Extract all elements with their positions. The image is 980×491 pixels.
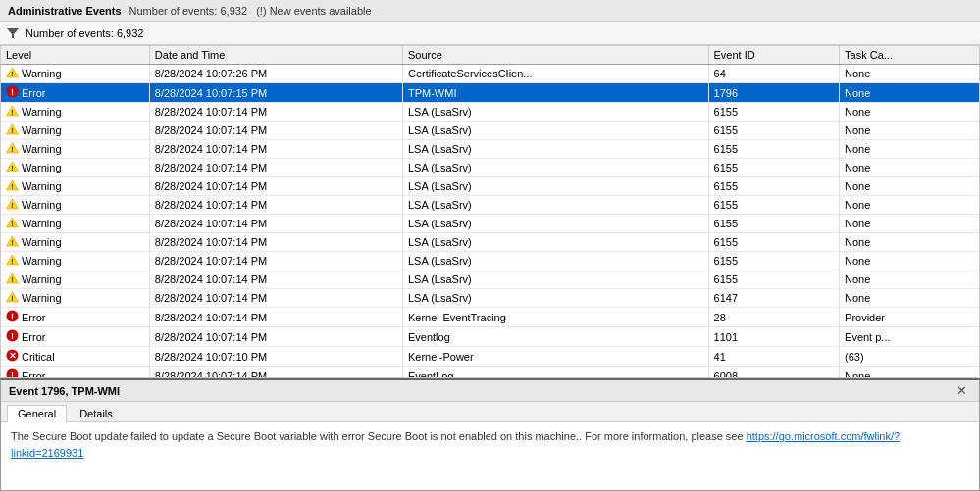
svg-text:!: ! bbox=[11, 87, 14, 97]
level-text: Warning bbox=[22, 180, 62, 192]
cell-source: Kernel-EventTracing bbox=[402, 308, 708, 327]
warning-icon: ! bbox=[6, 291, 19, 305]
error-icon: ! bbox=[6, 368, 19, 378]
table-row[interactable]: ! Warning8/28/2024 10:07:14 PMLSA (LsaSr… bbox=[1, 196, 979, 215]
critical-icon: ✕ bbox=[6, 349, 19, 364]
col-header-datetime[interactable]: Date and Time bbox=[149, 46, 402, 65]
warning-icon: ! bbox=[6, 67, 19, 80]
table-row[interactable]: ! Warning8/28/2024 10:07:14 PMLSA (LsaSr… bbox=[1, 103, 979, 122]
table-row[interactable]: ! Warning8/28/2024 10:07:14 PMLSA (LsaSr… bbox=[1, 215, 979, 233]
table-row[interactable]: ! Warning8/28/2024 10:07:26 PMCertificat… bbox=[1, 65, 979, 83]
cell-level: ! Warning bbox=[1, 159, 149, 177]
table-row[interactable]: ! Error8/28/2024 10:07:14 PMEventLog6008… bbox=[1, 367, 979, 379]
level-text: Error bbox=[22, 312, 45, 323]
table-row[interactable]: ! Error8/28/2024 10:07:15 PMTPM-WMI1796N… bbox=[1, 83, 979, 103]
tab-general[interactable]: General bbox=[7, 405, 67, 422]
table-row[interactable]: ! Error8/28/2024 10:07:14 PMKernel-Event… bbox=[1, 308, 979, 327]
cell-level: ! Warning bbox=[1, 252, 149, 270]
cell-datetime: 8/28/2024 10:07:15 PM bbox=[149, 83, 402, 103]
error-icon: ! bbox=[6, 310, 19, 324]
table-row[interactable]: ! Warning8/28/2024 10:07:14 PMLSA (LsaSr… bbox=[1, 270, 979, 289]
cell-datetime: 8/28/2024 10:07:14 PM bbox=[149, 252, 402, 270]
cell-taskcat: None bbox=[840, 233, 979, 252]
col-header-taskcat[interactable]: Task Ca... bbox=[840, 46, 979, 65]
svg-text:✕: ✕ bbox=[9, 351, 17, 361]
level-text: Warning bbox=[22, 68, 62, 79]
panel-content: The Secure Boot update failed to update … bbox=[1, 422, 979, 466]
table-row[interactable]: ✕ Critical8/28/2024 10:07:10 PMKernel-Po… bbox=[1, 347, 979, 367]
window-title: Administrative Events bbox=[8, 5, 122, 17]
cell-eventid: 6147 bbox=[708, 289, 840, 308]
table-row[interactable]: ! Warning8/28/2024 10:07:14 PMLSA (LsaSr… bbox=[1, 122, 979, 140]
table-row[interactable]: ! Warning8/28/2024 10:07:14 PMLSA (LsaSr… bbox=[1, 252, 979, 270]
level-text: Warning bbox=[22, 292, 62, 304]
toolbar: Number of events: 6,932 bbox=[0, 22, 980, 45]
level-text: Warning bbox=[22, 236, 62, 248]
cell-source: LSA (LsaSrv) bbox=[402, 252, 708, 270]
svg-text:!: ! bbox=[11, 258, 13, 265]
cell-datetime: 8/28/2024 10:07:14 PM bbox=[149, 159, 402, 177]
cell-datetime: 8/28/2024 10:07:14 PM bbox=[149, 327, 402, 347]
cell-datetime: 8/28/2024 10:07:14 PM bbox=[149, 215, 402, 233]
cell-source: LSA (LsaSrv) bbox=[402, 159, 708, 177]
cell-eventid: 6155 bbox=[708, 196, 840, 215]
events-table-container[interactable]: Level Date and Time Source Event ID Task… bbox=[0, 45, 980, 378]
table-row[interactable]: ! Warning8/28/2024 10:07:14 PMLSA (LsaSr… bbox=[1, 233, 979, 252]
cell-source: LSA (LsaSrv) bbox=[402, 289, 708, 308]
col-header-source[interactable]: Source bbox=[402, 46, 708, 65]
svg-text:!: ! bbox=[11, 109, 13, 116]
cell-datetime: 8/28/2024 10:07:14 PM bbox=[149, 122, 402, 140]
cell-taskcat: Provider bbox=[840, 308, 979, 327]
cell-eventid: 6155 bbox=[708, 140, 840, 159]
close-button[interactable]: ✕ bbox=[953, 382, 971, 399]
cell-eventid: 6155 bbox=[708, 252, 840, 270]
cell-eventid: 1796 bbox=[708, 83, 840, 103]
cell-datetime: 8/28/2024 10:07:14 PM bbox=[149, 308, 402, 327]
svg-text:!: ! bbox=[11, 370, 14, 378]
tabs-row: General Details bbox=[1, 402, 979, 422]
error-icon: ! bbox=[6, 85, 19, 100]
level-text: Warning bbox=[22, 143, 62, 155]
cell-level: ! Error bbox=[1, 83, 149, 103]
cell-eventid: 6155 bbox=[708, 270, 840, 289]
cell-taskcat: None bbox=[840, 122, 979, 140]
svg-text:!: ! bbox=[11, 183, 13, 190]
error-icon: ! bbox=[6, 329, 19, 344]
tab-details[interactable]: Details bbox=[69, 405, 124, 421]
cell-eventid: 6155 bbox=[708, 103, 840, 122]
cell-datetime: 8/28/2024 10:07:26 PM bbox=[149, 65, 402, 83]
svg-text:!: ! bbox=[11, 146, 13, 153]
cell-datetime: 8/28/2024 10:07:14 PM bbox=[149, 367, 402, 379]
cell-eventid: 6008 bbox=[708, 367, 840, 379]
cell-eventid: 1101 bbox=[708, 327, 840, 347]
table-row[interactable]: ! Error8/28/2024 10:07:14 PMEventlog1101… bbox=[1, 327, 979, 347]
table-row[interactable]: ! Warning8/28/2024 10:07:14 PMLSA (LsaSr… bbox=[1, 289, 979, 308]
cell-eventid: 6155 bbox=[708, 215, 840, 233]
cell-datetime: 8/28/2024 10:07:14 PM bbox=[149, 233, 402, 252]
level-text: Error bbox=[22, 370, 45, 379]
bottom-panel-header: Event 1796, TPM-WMI ✕ bbox=[1, 380, 979, 402]
col-header-level[interactable]: Level bbox=[1, 46, 149, 65]
warning-icon: ! bbox=[6, 272, 19, 286]
panel-content-text: The Secure Boot update failed to update … bbox=[11, 430, 747, 442]
cell-taskcat: None bbox=[840, 252, 979, 270]
cell-taskcat: None bbox=[840, 215, 979, 233]
cell-eventid: 28 bbox=[708, 308, 840, 327]
warning-icon: ! bbox=[6, 254, 19, 268]
cell-eventid: 6155 bbox=[708, 233, 840, 252]
table-row[interactable]: ! Warning8/28/2024 10:07:14 PMLSA (LsaSr… bbox=[1, 177, 979, 196]
cell-taskcat: None bbox=[840, 103, 979, 122]
level-text: Error bbox=[22, 87, 45, 99]
cell-level: ! Error bbox=[1, 367, 149, 379]
table-row[interactable]: ! Warning8/28/2024 10:07:14 PMLSA (LsaSr… bbox=[1, 159, 979, 177]
warning-icon: ! bbox=[6, 198, 19, 212]
col-header-eventid[interactable]: Event ID bbox=[708, 46, 840, 65]
cell-source: LSA (LsaSrv) bbox=[402, 177, 708, 196]
level-text: Critical bbox=[22, 351, 55, 363]
cell-level: ! Warning bbox=[1, 177, 149, 196]
level-text: Warning bbox=[22, 218, 62, 229]
table-row[interactable]: ! Warning8/28/2024 10:07:14 PMLSA (LsaSr… bbox=[1, 140, 979, 159]
cell-source: LSA (LsaSrv) bbox=[402, 270, 708, 289]
warning-icon: ! bbox=[6, 123, 19, 137]
svg-text:!: ! bbox=[11, 221, 13, 227]
